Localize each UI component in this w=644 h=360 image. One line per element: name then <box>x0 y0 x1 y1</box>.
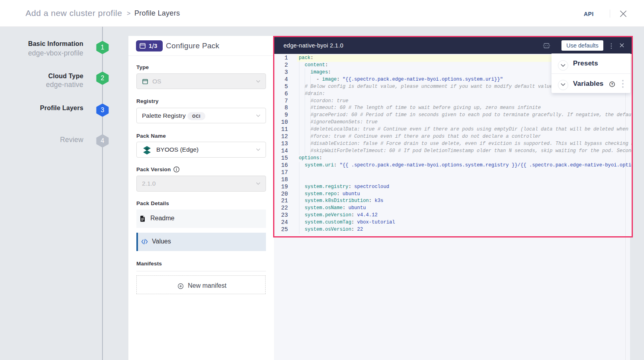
svg-text:?: ? <box>611 82 613 86</box>
